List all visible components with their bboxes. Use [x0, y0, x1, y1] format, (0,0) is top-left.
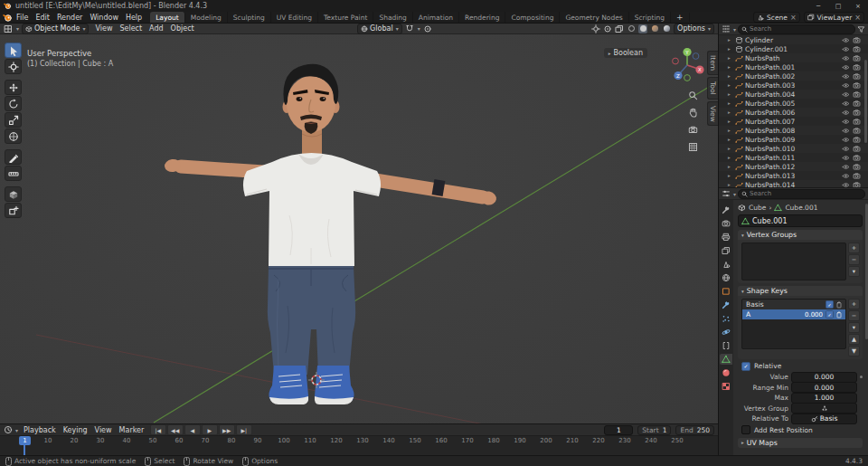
- outliner-row-nurbspath-013[interactable]: ▸NurbsPath.013: [719, 171, 868, 180]
- workspace-tab-sculpting[interactable]: Sculpting: [228, 12, 271, 23]
- unlink-viewlayer-icon[interactable]: ×: [854, 14, 861, 22]
- tool-rotate-button[interactable]: [5, 96, 22, 111]
- expand-icon[interactable]: ▸: [728, 91, 733, 97]
- render-camera-icon[interactable]: [853, 36, 861, 44]
- visibility-eye-icon[interactable]: [842, 127, 850, 135]
- properties-tab-modifiers[interactable]: [720, 300, 732, 310]
- workspace-tab-geometry-nodes[interactable]: Geometry Nodes: [560, 12, 628, 23]
- timeline-menu-marker[interactable]: Marker: [116, 426, 148, 434]
- add-shape-key-button[interactable]: +: [848, 299, 860, 309]
- navigation-gizmo[interactable]: X Y Z: [667, 45, 707, 85]
- outliner-row-nurbspath-012[interactable]: ▸NurbsPath.012: [719, 162, 868, 171]
- sidebar-tab-item[interactable]: Item: [707, 51, 718, 75]
- properties-tab-physics[interactable]: [720, 327, 732, 338]
- 3d-cursor[interactable]: [308, 372, 325, 388]
- outliner-row-nurbspath-001[interactable]: ▸NurbsPath.001: [719, 62, 868, 71]
- workspace-tab-uv-editing[interactable]: UV Editing: [271, 12, 318, 23]
- shape-key-row-basis[interactable]: Basis✓: [742, 300, 845, 309]
- object-name[interactable]: NurbsPath.002: [745, 72, 840, 81]
- properties-tab-particles[interactable]: [720, 313, 732, 324]
- vertex-group-specials-button[interactable]: ▾: [848, 266, 860, 277]
- outliner-row-nurbspath-006[interactable]: ▸NurbsPath.006: [719, 108, 868, 117]
- properties-tab-view-layer[interactable]: [720, 245, 732, 256]
- viewport-3d[interactable]: User Perspective (1) Collection | Cube :…: [0, 34, 718, 423]
- shape-key-specials-button[interactable]: ▾: [848, 322, 860, 333]
- object-name[interactable]: NurbsPath.001: [745, 63, 840, 71]
- visibility-eye-icon[interactable]: [842, 36, 850, 44]
- outliner-row-nurbspath-010[interactable]: ▸NurbsPath.010: [719, 144, 868, 153]
- object-name[interactable]: NurbsPath.011: [745, 154, 840, 162]
- expand-icon[interactable]: ▸: [728, 164, 733, 169]
- tool-measure-button[interactable]: [5, 166, 22, 181]
- gizmo-y-label[interactable]: Y: [684, 50, 689, 55]
- data-name-field[interactable]: Cube.001: [738, 214, 863, 227]
- render-camera-icon[interactable]: [853, 109, 861, 117]
- visibility-eye-icon[interactable]: [842, 54, 850, 62]
- xray-toggle[interactable]: [615, 24, 624, 33]
- expand-icon[interactable]: ▸: [728, 37, 733, 43]
- timeline-menu-keying[interactable]: Keying: [60, 426, 91, 434]
- shape-key-row-a[interactable]: A0.000✓: [742, 309, 845, 319]
- shape-key-mute-checkbox[interactable]: ✓: [826, 310, 834, 319]
- editor-type-icon[interactable]: [722, 24, 731, 33]
- breadcrumb-data[interactable]: Cube.001: [785, 204, 817, 212]
- render-camera-icon[interactable]: [853, 163, 861, 171]
- visibility-eye-icon[interactable]: [842, 81, 850, 90]
- expand-icon[interactable]: ▸: [728, 100, 733, 106]
- snap-toggle[interactable]: [405, 24, 414, 33]
- breadcrumb-object[interactable]: Cube: [749, 204, 766, 212]
- outliner-row-cylinder[interactable]: ▸Cylinder: [719, 35, 868, 44]
- expand-icon[interactable]: ▸: [728, 64, 733, 70]
- object-name[interactable]: NurbsPath.012: [745, 163, 840, 171]
- character-model[interactable]: [164, 64, 497, 404]
- gizmo-z-label[interactable]: Z: [676, 73, 680, 79]
- add-vertex-group-button[interactable]: +: [848, 243, 860, 253]
- editor-divider[interactable]: [718, 24, 719, 455]
- object-name[interactable]: NurbsPath.007: [745, 118, 840, 126]
- render-camera-icon[interactable]: [853, 118, 861, 126]
- viewport-menu-object[interactable]: Object: [167, 24, 198, 33]
- menu-edit[interactable]: Edit: [32, 14, 53, 22]
- sidebar-tab-tool[interactable]: Tool: [707, 77, 718, 100]
- play-button[interactable]: ▶: [202, 424, 218, 435]
- object-name[interactable]: NurbsPath.010: [745, 145, 840, 153]
- scene-selector[interactable]: Scene ×: [753, 12, 800, 23]
- menu-help[interactable]: Help: [122, 14, 146, 22]
- object-name[interactable]: NurbsPath.008: [745, 127, 840, 135]
- remove-vertex-group-button[interactable]: −: [848, 254, 860, 265]
- object-name[interactable]: NurbsPath.006: [745, 109, 840, 117]
- visibility-eye-icon[interactable]: [842, 154, 850, 162]
- render-camera-icon[interactable]: [853, 145, 861, 153]
- properties-tab-object-data[interactable]: [720, 354, 732, 365]
- titlebar[interactable]: untitled [E:\EditMy\Me\untitled.blend] -…: [0, 0, 868, 12]
- shading-solid-button[interactable]: [638, 24, 647, 33]
- render-camera-icon[interactable]: [853, 154, 861, 162]
- tool-move-button[interactable]: [5, 80, 22, 95]
- expand-icon[interactable]: ▸: [728, 137, 733, 142]
- proportional-editing-toggle[interactable]: [423, 24, 432, 33]
- expand-icon[interactable]: ▸: [728, 46, 733, 52]
- vertex-group-field[interactable]: [791, 403, 857, 414]
- pan-button[interactable]: [686, 106, 699, 119]
- tool-annotate-button[interactable]: [5, 149, 22, 165]
- workspace-tab-scripting[interactable]: Scripting: [629, 12, 671, 23]
- unlink-scene-icon[interactable]: ×: [790, 14, 797, 22]
- camera-view-button[interactable]: [686, 123, 699, 136]
- properties-tab-texture[interactable]: [720, 381, 732, 392]
- render-camera-icon[interactable]: [853, 172, 861, 180]
- visibility-eye-icon[interactable]: [842, 109, 850, 117]
- object-name[interactable]: NurbsPath.004: [745, 90, 840, 99]
- properties-tab-material[interactable]: [720, 367, 732, 378]
- workspace-tab-animation[interactable]: Animation: [413, 12, 459, 23]
- shading-wireframe-button[interactable]: [627, 24, 636, 33]
- visibility-eye-icon[interactable]: [842, 45, 850, 53]
- outliner-row-nurbspath-011[interactable]: ▸NurbsPath.011: [719, 153, 868, 162]
- object-name[interactable]: NurbsPath.009: [745, 136, 840, 144]
- outliner-row-nurbspath-008[interactable]: ▸NurbsPath.008: [719, 126, 868, 135]
- visibility-eye-icon[interactable]: [842, 181, 850, 188]
- show-overlays-toggle[interactable]: [603, 24, 612, 33]
- viewport-menu-view[interactable]: View: [91, 24, 116, 33]
- uv-maps-panel-header[interactable]: ▸ UV Maps: [738, 438, 863, 448]
- shape-key-name[interactable]: Basis: [746, 300, 821, 309]
- expand-icon[interactable]: ▸: [728, 119, 733, 124]
